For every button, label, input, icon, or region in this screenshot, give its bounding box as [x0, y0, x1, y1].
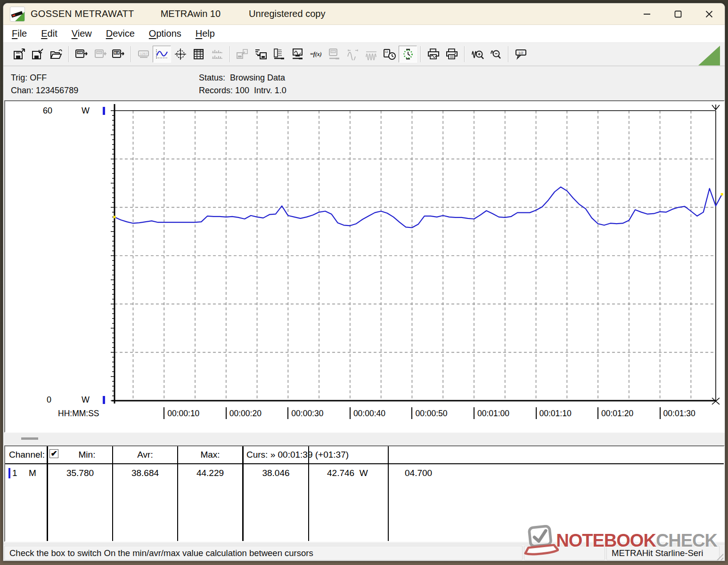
x-tick-mark [411, 407, 412, 419]
x-tick-label: 00:01:10 [540, 409, 572, 419]
interval-label: Intrv. [254, 86, 272, 95]
toolbar-separator [420, 46, 421, 62]
minimize-button[interactable] [631, 3, 663, 24]
x-axis-labels: HH:MM:SS 00:00:1000:00:2000:00:3000:00:4… [5, 406, 724, 423]
numeric-display-button[interactable] [134, 46, 153, 63]
channel-setup-button[interactable] [270, 46, 288, 63]
cursor-b-value: 42.746 [327, 468, 354, 478]
cursor-b-unit: W [360, 468, 368, 478]
timer-clock-icon [383, 48, 396, 60]
zoom-out-wave-button[interactable] [486, 46, 505, 63]
histogram-button[interactable] [208, 46, 226, 63]
device-memory-button[interactable] [109, 46, 127, 63]
device-config-button[interactable] [325, 46, 344, 63]
zoom-in-wave-icon [471, 48, 484, 60]
brand-title: GOSSEN METRAWATT [31, 8, 134, 19]
chan-label: Chan: [11, 86, 33, 95]
app-icon [10, 7, 25, 22]
import-file-button[interactable] [252, 46, 270, 63]
splitter[interactable] [4, 434, 725, 444]
histogram-icon [211, 48, 224, 60]
x-tick-label: 00:01:00 [477, 409, 509, 419]
formula-fx-button[interactable] [307, 46, 325, 63]
splitter-handle[interactable] [21, 437, 38, 440]
table-divider [242, 446, 244, 541]
window-controls [631, 3, 725, 24]
data-table-button[interactable] [189, 46, 208, 63]
close-button[interactable] [694, 3, 725, 24]
open-folder-icon [49, 48, 63, 60]
table-divider [112, 446, 113, 541]
xy-crosshair-button[interactable] [171, 46, 189, 63]
print-preview-icon [427, 48, 440, 60]
x-tick-mark [287, 407, 288, 419]
zoom-out-wave-icon [489, 48, 502, 60]
cell-channel-mode: M [29, 468, 36, 478]
status-spacer [524, 546, 605, 560]
print-icon [445, 48, 458, 60]
channel-marker-bottom [103, 396, 105, 404]
menu-item-view[interactable]: View [66, 26, 98, 41]
x-tick-mark [350, 407, 351, 419]
zoom-in-wave-button[interactable] [468, 46, 486, 63]
x-tick-label: 00:00:20 [229, 409, 262, 419]
toolbar-separator [68, 46, 69, 62]
app-title: METRAwin 10 [161, 8, 221, 19]
app-window: GOSSEN METRAWATT METRAwin 10 Unregistere… [3, 3, 725, 561]
x-axis-format-label: HH:MM:SS [58, 409, 99, 419]
col-header-channel: Channel: [9, 450, 45, 460]
x-tick-label: 00:01:20 [601, 409, 633, 419]
menu-item-options[interactable]: Options [143, 26, 187, 41]
save-in-button[interactable] [28, 46, 47, 63]
x-tick-label: 00:00:10 [167, 409, 199, 419]
curve-chart-icon [155, 48, 169, 60]
unregistered-note: Unregistered copy [249, 8, 325, 19]
y-axis-unit-top: W [82, 106, 90, 116]
device-write-button[interactable] [90, 46, 109, 63]
info-strip: Trig: OFF Chan: 123456789 Status: Browsi… [3, 66, 725, 100]
status-readout: Status: Browsing Data [199, 73, 285, 83]
print-button[interactable] [442, 46, 461, 63]
cell-cursor-a: 38.046 [244, 468, 308, 478]
menu-item-edit[interactable]: Edit [35, 26, 63, 41]
wave-single-icon [346, 48, 360, 60]
print-preview-button[interactable] [424, 46, 442, 63]
channel-color-bar [8, 468, 10, 478]
records-readout: Records: 100 Intrv. 1.0 [199, 86, 286, 96]
status-device-text: METRAHit Starline-Seri [612, 548, 703, 558]
save-out-icon [13, 48, 26, 60]
toolbar-separator [131, 46, 131, 62]
toolbar [3, 43, 725, 66]
close-icon [705, 10, 713, 18]
x-tick-mark [597, 407, 598, 419]
x-tick-label: 00:01:30 [663, 409, 695, 419]
minmax-checkbox[interactable]: ✔ [49, 449, 58, 458]
wave-multi-button[interactable] [362, 46, 380, 63]
chart-panel[interactable]: 60 W 0 W HH:MM:SS 00:00:1000:00:2000:00:… [4, 100, 725, 433]
wave-single-button[interactable] [344, 46, 362, 63]
maximize-button[interactable] [663, 3, 694, 24]
menu-item-device[interactable]: Device [100, 26, 140, 41]
table-divider [47, 446, 48, 541]
open-folder-button[interactable] [47, 46, 65, 63]
stats-table: Channel: ✔ Min: Avr: Max: Curs: » 00:01:… [4, 445, 725, 542]
save-out-button[interactable] [10, 46, 28, 63]
menu-item-help[interactable]: Help [190, 26, 221, 41]
cell-cursor-b: 42.746 W [327, 468, 368, 478]
timer-clock-button[interactable] [380, 46, 399, 63]
status-value: Browsing Data [230, 73, 285, 82]
export-file-button[interactable] [233, 46, 252, 63]
curve-chart-button[interactable] [153, 46, 171, 63]
maximize-icon [674, 10, 682, 18]
device-memory-icon [112, 48, 125, 60]
plot-svg[interactable] [5, 101, 724, 432]
x-tick-mark [660, 407, 661, 419]
monitor-setup-button[interactable] [288, 46, 307, 63]
x-tick-label: 00:00:50 [415, 409, 447, 419]
toolbar-separator [464, 46, 465, 62]
menu-item-file[interactable]: File [6, 26, 33, 41]
device-read-button[interactable] [72, 46, 90, 63]
live-record-button[interactable] [399, 46, 417, 63]
hint-bubble-button[interactable] [512, 46, 530, 63]
col-header-cursor: Curs: » 00:01:39 (+01:37) [246, 450, 349, 460]
